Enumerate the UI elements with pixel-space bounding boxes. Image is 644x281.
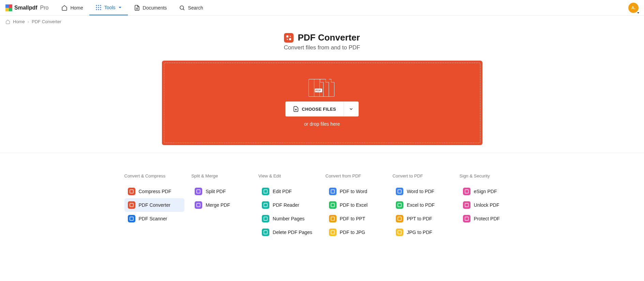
pdf-to-excel-icon <box>329 201 336 209</box>
svg-point-2 <box>100 5 101 6</box>
pdf-scanner-icon <box>128 215 135 222</box>
user-avatar[interactable]: A. <box>628 3 639 13</box>
home-icon <box>5 19 10 24</box>
tool-compress-pdf[interactable]: Compress PDF <box>124 185 185 198</box>
choose-files-label: CHOOSE FILES <box>302 107 336 112</box>
hero-head: PDF Converter <box>284 32 360 43</box>
tool-number-pages[interactable]: Number Pages <box>258 212 319 225</box>
tool-esign-pdf[interactable]: eSign PDF <box>460 185 520 198</box>
nav-tools-label: Tools <box>104 5 116 10</box>
svg-point-1 <box>98 5 99 6</box>
svg-rect-19 <box>197 203 200 207</box>
hero: PDF Converter Convert files from and to … <box>0 28 644 145</box>
tool-delete-pdf-pages[interactable]: Delete PDF Pages <box>258 225 319 239</box>
tool-ppt-to-pdf[interactable]: PPT to PDF <box>392 212 453 225</box>
tools-heading: Convert & Compress <box>124 173 185 178</box>
tool-pdf-to-word[interactable]: PDF to Word <box>326 185 386 198</box>
nav-items: Home Tools Documents Search <box>55 0 209 15</box>
avatar-initials: A. <box>631 5 635 10</box>
tools-heading: Sign & Security <box>460 173 520 178</box>
tool-pdf-reader[interactable]: PDF Reader <box>258 198 319 212</box>
brand-logo[interactable]: Smallpdf Pro <box>5 4 48 11</box>
tool-split-pdf[interactable]: Split PDF <box>191 185 252 198</box>
breadcrumb-current: PDF Converter <box>32 19 61 24</box>
dropzone[interactable]: PDF CHOOSE FILES or drop files here <box>162 61 482 145</box>
unlock-pdf-icon <box>463 201 470 209</box>
svg-rect-15 <box>130 190 133 193</box>
tool-label: Protect PDF <box>474 216 500 221</box>
chevron-down-icon <box>118 6 122 9</box>
tool-label: Number Pages <box>273 216 304 221</box>
tool-label: PDF Scanner <box>139 216 167 221</box>
nav-home[interactable]: Home <box>55 0 89 15</box>
svg-rect-29 <box>398 203 401 207</box>
pdf-to-jpg-icon <box>329 229 336 236</box>
tool-pdf-to-jpg[interactable]: PDF to JPG <box>326 225 386 239</box>
logo-icon <box>5 4 12 11</box>
svg-rect-30 <box>398 217 401 220</box>
tool-edit-pdf[interactable]: Edit PDF <box>258 185 319 198</box>
tools-column-sign-security: Sign & SecurityeSign PDFUnlock PDFProtec… <box>460 173 520 239</box>
svg-point-3 <box>96 7 97 8</box>
tool-word-to-pdf[interactable]: Word to PDF <box>392 185 453 198</box>
svg-rect-18 <box>197 190 200 193</box>
tool-excel-to-pdf[interactable]: Excel to PDF <box>392 198 453 212</box>
excel-to-pdf-icon <box>396 201 403 209</box>
nav-search[interactable]: Search <box>173 0 209 15</box>
esign-pdf-icon <box>463 188 470 195</box>
svg-point-4 <box>98 7 99 8</box>
home-icon <box>61 5 68 11</box>
edit-pdf-icon <box>262 188 269 195</box>
drop-hint: or drop files here <box>304 121 340 127</box>
search-icon <box>179 5 185 11</box>
tool-label: PDF to Word <box>340 189 368 194</box>
converter-icon <box>284 33 294 43</box>
tool-merge-pdf[interactable]: Merge PDF <box>191 198 252 212</box>
svg-rect-16 <box>130 203 133 207</box>
grid-icon <box>95 4 102 11</box>
tool-pdf-converter[interactable]: PDF Converter <box>124 198 185 212</box>
choose-files-dropdown[interactable] <box>344 102 359 116</box>
tool-pdf-to-excel[interactable]: PDF to Excel <box>326 198 386 212</box>
tools-column-view-edit: View & EditEdit PDFPDF ReaderNumber Page… <box>258 173 319 239</box>
split-pdf-icon <box>195 188 202 195</box>
svg-rect-20 <box>264 190 267 193</box>
page-subtitle: Convert files from and to PDF <box>284 44 360 51</box>
tools-heading: Convert to PDF <box>392 173 453 178</box>
tool-unlock-pdf[interactable]: Unlock PDF <box>460 198 520 212</box>
tool-label: Split PDF <box>206 189 226 194</box>
word-to-pdf-icon <box>396 188 403 195</box>
page-title: PDF Converter <box>298 32 360 43</box>
tool-label: Compress PDF <box>139 189 171 194</box>
pdf-reader-icon <box>262 201 269 209</box>
top-nav: Smallpdf Pro Home Tools Documents <box>0 0 644 16</box>
svg-line-12 <box>183 9 184 10</box>
chevron-down-icon <box>637 12 639 14</box>
breadcrumb-home[interactable]: Home <box>13 19 25 24</box>
tool-label: Edit PDF <box>273 189 292 194</box>
svg-rect-25 <box>331 203 334 207</box>
choose-files-group: CHOOSE FILES <box>285 102 358 116</box>
files-art-icon: PDF <box>309 79 336 97</box>
tool-jpg-to-pdf[interactable]: JPG to PDF <box>392 225 453 239</box>
tool-label: PDF to JPG <box>340 230 365 235</box>
nav-documents-label: Documents <box>143 5 167 11</box>
svg-rect-21 <box>264 203 267 207</box>
pdf-to-ppt-icon <box>329 215 336 222</box>
svg-rect-32 <box>465 190 468 193</box>
chevron-down-icon <box>349 107 354 111</box>
tool-protect-pdf[interactable]: Protect PDF <box>460 212 520 225</box>
tool-label: PPT to PDF <box>407 216 432 221</box>
breadcrumb-separator: › <box>28 19 29 24</box>
svg-rect-17 <box>130 217 133 220</box>
nav-documents[interactable]: Documents <box>128 0 173 15</box>
svg-rect-26 <box>331 217 334 220</box>
tool-pdf-scanner[interactable]: PDF Scanner <box>124 212 185 225</box>
nav-tools[interactable]: Tools <box>89 0 128 15</box>
jpg-to-pdf-icon <box>396 229 403 236</box>
section-divider <box>0 153 644 153</box>
tool-pdf-to-ppt[interactable]: PDF to PPT <box>326 212 386 225</box>
nav-home-label: Home <box>70 5 83 11</box>
choose-files-button[interactable]: CHOOSE FILES <box>285 102 343 116</box>
merge-pdf-icon <box>195 201 202 209</box>
